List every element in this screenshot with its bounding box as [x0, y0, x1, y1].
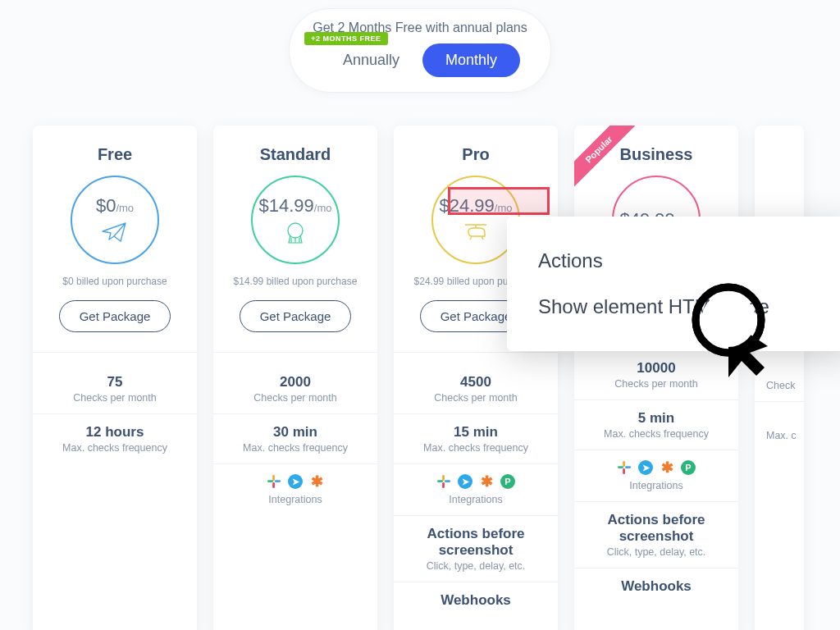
- actions-title: Actions before screenshot: [582, 512, 730, 545]
- context-menu: Actions Show element HTML code: [507, 217, 840, 351]
- toggle-monthly[interactable]: Monthly: [422, 43, 520, 77]
- freq-value: 5 min: [582, 410, 730, 427]
- helicopter-icon: [462, 221, 490, 244]
- toggle-row: +2 MONTHS FREE Annually Monthly: [313, 43, 527, 77]
- svg-rect-2: [267, 480, 273, 482]
- feature-checks: 75 Checks per month: [33, 364, 197, 414]
- price: $14.99/mo: [259, 195, 332, 217]
- zapier-icon: ✱: [479, 474, 494, 489]
- pagerduty-icon: P: [500, 474, 515, 489]
- feature-checks: 4500 Checks per month: [394, 364, 558, 414]
- price-period: /mo: [116, 202, 134, 214]
- feature-frequency: 15 min Max. checks frequency: [394, 414, 558, 464]
- slack-icon: [617, 460, 632, 475]
- svg-rect-9: [623, 461, 625, 467]
- price-period: /mo: [314, 202, 332, 214]
- context-show-html[interactable]: Show element HTML code: [538, 284, 820, 330]
- price-amount: $24.99: [440, 195, 495, 216]
- telegram-icon: ➤: [638, 460, 653, 475]
- integrations-label: Integrations: [221, 494, 369, 505]
- svg-rect-6: [437, 480, 443, 482]
- freq-label: Max. checks frequency: [763, 430, 796, 441]
- freq-label: Max. checks frequency: [582, 428, 730, 440]
- context-actions[interactable]: Actions: [538, 238, 820, 284]
- svg-rect-5: [442, 475, 445, 481]
- price-amount: $14.99: [259, 195, 314, 216]
- popular-ribbon: [574, 126, 640, 191]
- svg-rect-12: [625, 466, 631, 468]
- slack-icon: [436, 474, 451, 489]
- zapier-icon: ✱: [660, 460, 674, 475]
- toggle-card: Get 2 Months Free with annual plans +2 M…: [289, 8, 550, 93]
- telegram-icon: ➤: [288, 474, 303, 489]
- checks-label: Checks per month: [582, 378, 730, 390]
- freq-label: Max. checks frequency: [221, 442, 369, 454]
- webhooks-title: Webhooks: [402, 592, 550, 609]
- checks-value: 4500: [402, 374, 550, 390]
- svg-point-14: [701, 293, 756, 347]
- divider: [213, 352, 377, 353]
- get-package-button[interactable]: Get Package: [240, 300, 352, 332]
- actions-title: Actions before screenshot: [402, 526, 550, 559]
- svg-rect-1: [272, 475, 275, 481]
- divider: [33, 352, 197, 353]
- pagerduty-icon: P: [681, 460, 696, 475]
- webhooks-title: Webhooks: [582, 578, 730, 595]
- checks-value: 2000: [221, 374, 369, 390]
- integrations-label: Integrations: [402, 494, 550, 505]
- feature-integrations: ➤ ✱ P Integrations: [574, 450, 738, 502]
- get-package-button[interactable]: Get Package: [59, 300, 171, 332]
- balloon-icon: [283, 221, 308, 244]
- price-amount: $0: [96, 195, 116, 216]
- freq-label: Max. checks frequency: [402, 442, 550, 454]
- svg-rect-10: [618, 466, 623, 468]
- svg-rect-7: [442, 482, 445, 488]
- billed-text: $14.99 billed upon purchase: [213, 276, 377, 287]
- actions-sub: Click, type, delay, etc.: [582, 546, 730, 558]
- actions-sub: Click, type, delay, etc.: [402, 560, 550, 572]
- telegram-icon: ➤: [458, 474, 472, 489]
- plan-title: Pro: [394, 145, 558, 164]
- zapier-icon: ✱: [309, 474, 324, 489]
- feature-checks: 2000 Checks per month: [213, 364, 377, 414]
- free-months-badge: +2 MONTHS FREE: [304, 32, 387, 45]
- plan-title: Free: [33, 145, 197, 164]
- checks-label: Checks per month: [763, 380, 796, 391]
- checks-label: Checks per month: [221, 392, 369, 404]
- feature-integrations: ➤ ✱ P Integrations: [394, 464, 558, 516]
- freq-label: Max. checks frequency: [41, 442, 189, 454]
- billing-toggle: Get 2 Months Free with annual plans +2 M…: [0, 8, 840, 93]
- svg-rect-3: [272, 482, 275, 488]
- divider: [394, 352, 558, 353]
- paper-plane-icon: [101, 221, 129, 244]
- freq-value: 12 hours: [41, 424, 189, 441]
- slack-icon: [267, 474, 281, 489]
- svg-rect-4: [275, 480, 281, 482]
- integration-icons: ➤ ✱ P: [582, 460, 730, 475]
- feature-frequency: 0 Max. checks frequency: [755, 402, 804, 451]
- feature-actions: Actions before screenshot Click, type, d…: [574, 502, 738, 568]
- freq-value: 30 min: [221, 424, 369, 441]
- feature-frequency: 12 hours Max. checks frequency: [33, 414, 197, 463]
- plan-pro: Pro $24.99/mo $24.99 billed upon purchas…: [394, 126, 558, 630]
- price-circle: $14.99/mo: [251, 176, 340, 264]
- checks-value: 75: [41, 374, 189, 390]
- checks-label: Checks per month: [402, 392, 550, 404]
- billed-text: $0 billed upon purchase: [33, 276, 197, 287]
- plan-standard: Standard $14.99/mo $14.99 billed upon pu…: [213, 126, 377, 630]
- feature-webhooks: Webhooks: [394, 582, 558, 619]
- cursor-pointer-icon: [689, 281, 771, 379]
- freq-value: 15 min: [402, 424, 550, 441]
- price: $24.99/mo: [440, 195, 513, 217]
- feature-integrations: ➤ ✱ Integrations: [213, 464, 377, 515]
- feature-webhooks: Webhooks: [574, 568, 738, 605]
- price: $0/mo: [96, 195, 134, 217]
- feature-frequency: 30 min Max. checks frequency: [213, 414, 377, 464]
- toggle-annually[interactable]: Annually: [320, 43, 422, 77]
- integration-icons: ➤ ✱ P: [402, 474, 550, 489]
- integrations-label: Integrations: [582, 480, 730, 491]
- svg-rect-8: [445, 480, 450, 482]
- checks-label: Checks per month: [41, 392, 189, 404]
- integration-icons: ➤ ✱: [221, 474, 369, 489]
- plan-title: Standard: [213, 145, 377, 164]
